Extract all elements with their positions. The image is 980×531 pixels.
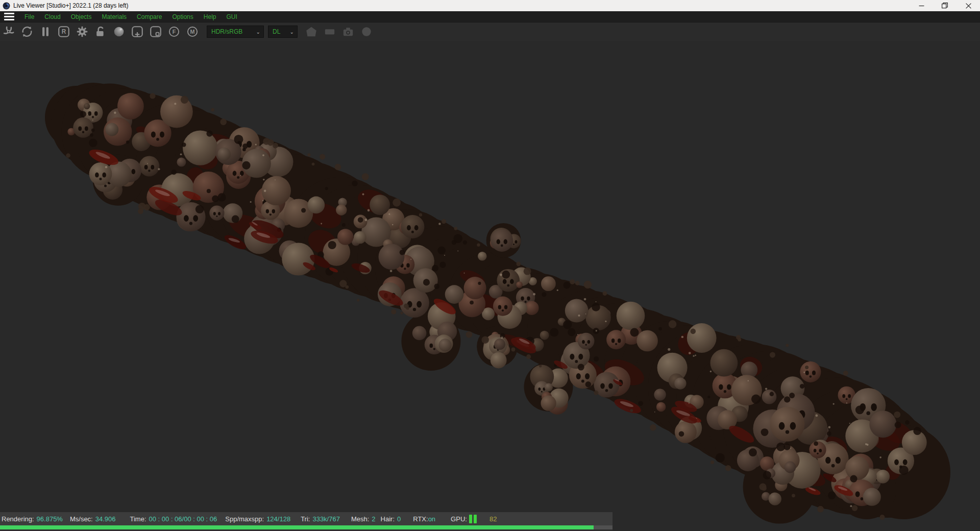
svg-text:R: R xyxy=(62,28,66,35)
mesh-value: 2 xyxy=(372,515,375,523)
restore-icon xyxy=(942,3,948,9)
render-image xyxy=(0,41,980,531)
time-label: Time: xyxy=(130,515,146,523)
render-progress-fill xyxy=(0,525,594,529)
restart-render-icon[interactable] xyxy=(19,24,35,39)
status-row: Rendering: 96.875% Ms/sec: 34.906 Time: … xyxy=(0,512,612,525)
camera-icon xyxy=(340,24,356,39)
menu-materials[interactable]: Materials xyxy=(96,12,132,21)
statusbar: Rendering: 96.875% Ms/sec: 34.906 Time: … xyxy=(0,512,612,531)
live-viewer-window: Live Viewer [Studio+] 2022.1 (28 days le… xyxy=(0,0,980,531)
window-controls xyxy=(910,0,980,11)
menu-file[interactable]: File xyxy=(19,12,39,21)
time-value: 00 : 00 : 06/00 : 00 : 06 xyxy=(149,515,217,523)
gpu-label: GPU: xyxy=(451,515,467,523)
pentagon-icon xyxy=(304,24,319,39)
material-picker-icon[interactable]: M xyxy=(185,24,200,39)
lock-open-icon[interactable] xyxy=(93,24,108,39)
tonemap-dropdown-value: HDR/sRGB xyxy=(211,28,242,35)
rendering-label: Rendering: xyxy=(2,515,34,523)
spp-value: 124/128 xyxy=(266,515,290,523)
render-mode-dropdown[interactable]: DL ⌄ xyxy=(268,26,298,38)
rtx-label: RTX: xyxy=(413,515,428,523)
svg-text:M: M xyxy=(190,29,194,35)
close-icon xyxy=(966,3,971,9)
pause-render-icon[interactable] xyxy=(38,24,53,39)
render-viewport[interactable] xyxy=(0,41,980,531)
render-progress-bar xyxy=(0,525,612,529)
restore-button[interactable] xyxy=(933,0,957,11)
spp-label: Spp/maxspp: xyxy=(225,515,264,523)
chevron-down-icon: ⌄ xyxy=(285,29,294,35)
rendering-value: 96.875% xyxy=(37,515,63,523)
reset-icon[interactable]: R xyxy=(56,24,71,39)
svg-text:F: F xyxy=(173,29,176,35)
rtx-value: on xyxy=(428,515,435,523)
gpu-value: 82 xyxy=(489,515,497,523)
window-title: Live Viewer [Studio+] 2022.1 (28 days le… xyxy=(13,2,129,9)
octane-app-icon xyxy=(3,2,10,10)
sub-region-icon[interactable] xyxy=(148,24,163,39)
ms-value: 34.906 xyxy=(95,515,116,523)
menu-compare[interactable]: Compare xyxy=(132,12,167,21)
render-settings-gear-icon[interactable] xyxy=(75,24,90,39)
tri-label: Tri: xyxy=(301,515,310,523)
menu-help[interactable]: Help xyxy=(199,12,222,21)
menubar: File Cloud Objects Materials Compare Opt… xyxy=(0,11,980,22)
titlebar: Live Viewer [Studio+] 2022.1 (28 days le… xyxy=(0,0,980,11)
gpu-meter xyxy=(469,515,478,523)
menu-objects[interactable]: Objects xyxy=(66,12,97,21)
chevron-down-icon: ⌄ xyxy=(251,29,260,35)
minimize-icon xyxy=(919,3,924,9)
render-mode-dropdown-value: DL xyxy=(273,28,280,35)
toolbar: R xyxy=(0,22,980,41)
focus-picker-icon[interactable]: F xyxy=(166,24,182,39)
hair-value: 0 xyxy=(397,515,401,523)
tri-value: 333k/767 xyxy=(312,515,340,523)
material-ball-icon[interactable] xyxy=(111,24,127,39)
mesh-label: Mesh: xyxy=(351,515,369,523)
ms-label: Ms/sec: xyxy=(70,515,93,523)
menu-cloud[interactable]: Cloud xyxy=(39,12,65,21)
film-strip-icon xyxy=(322,24,337,39)
close-button[interactable] xyxy=(957,0,980,11)
minimize-button[interactable] xyxy=(910,0,933,11)
octane-fan-icon[interactable] xyxy=(1,24,16,39)
record-circle-icon xyxy=(359,24,374,39)
menu-options[interactable]: Options xyxy=(167,12,198,21)
tonemap-dropdown[interactable]: HDR/sRGB ⌄ xyxy=(207,26,264,38)
add-region-icon[interactable] xyxy=(130,24,145,39)
menu-gui[interactable]: GUI xyxy=(221,12,242,21)
hamburger-menu-icon[interactable] xyxy=(4,13,14,20)
hair-label: Hair: xyxy=(381,515,395,523)
